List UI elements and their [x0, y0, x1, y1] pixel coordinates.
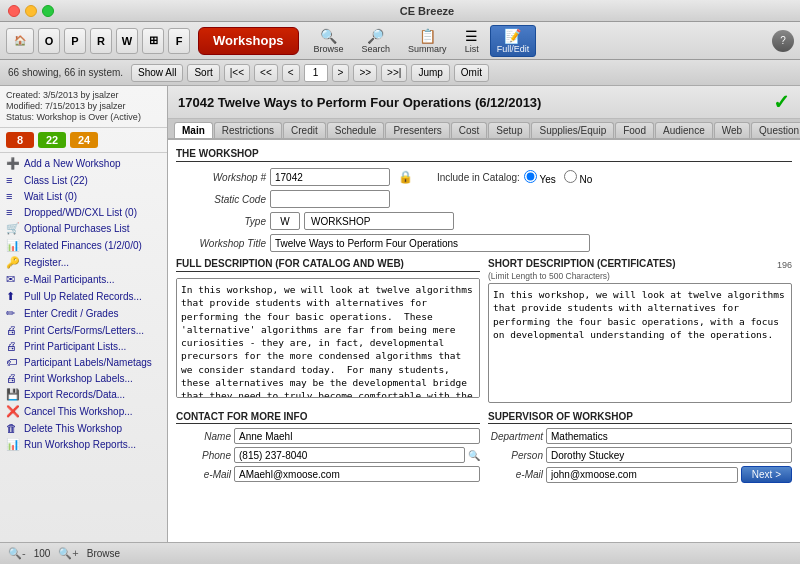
sidebar-item-optional-purchases[interactable]: 🛒 Optional Purchases List: [0, 220, 167, 237]
sort-button[interactable]: Sort: [187, 64, 219, 82]
nav-next-button[interactable]: >: [332, 64, 350, 82]
supervisor-dept-input[interactable]: [546, 428, 792, 444]
fulledit-label: Full/Edit: [497, 44, 530, 54]
catalog-yes-radio[interactable]: [524, 170, 537, 183]
cancel-icon: ❌: [6, 405, 20, 418]
form-area: THE WORKSHOP Workshop # 🔒 Include in Cat…: [168, 140, 800, 542]
close-button[interactable]: [8, 5, 20, 17]
export-icon: 💾: [6, 388, 20, 401]
tab-question[interactable]: Question: [751, 122, 800, 138]
contact-name-input[interactable]: [234, 428, 480, 444]
sidebar-info: Created: 3/5/2013 by jsalzer Modified: 7…: [0, 86, 167, 128]
next-button[interactable]: Next >: [741, 466, 792, 483]
sidebar-item-class-list[interactable]: ≡ Class List (22): [0, 172, 167, 188]
sidebar-item-print-workshop-labels[interactable]: 🖨 Print Workshop Labels...: [0, 370, 167, 386]
nav-next-next-button[interactable]: >>: [353, 64, 377, 82]
sidebar-item-participant-labels[interactable]: 🏷 Participant Labels/Nametags: [0, 354, 167, 370]
record-count: 66 showing, 66 in system.: [8, 67, 123, 78]
browse-toolbar-button[interactable]: 🔍 Browse: [307, 25, 351, 57]
content-area: 17042 Twelve Ways to Perform Four Operat…: [168, 86, 800, 542]
static-code-label: Static Code: [176, 194, 266, 205]
modified-info: Modified: 7/15/2013 by jsalzer: [6, 101, 161, 111]
tab-supplies[interactable]: Supplies/Equip: [531, 122, 614, 138]
nav-o-button[interactable]: O: [38, 28, 60, 54]
page-number[interactable]: 1: [304, 64, 328, 82]
show-all-button[interactable]: Show All: [131, 64, 183, 82]
created-info: Created: 3/5/2013 by jsalzer: [6, 90, 161, 100]
tab-setup[interactable]: Setup: [488, 122, 530, 138]
sidebar-item-print-certs[interactable]: 🖨 Print Certs/Forms/Letters...: [0, 322, 167, 338]
sidebar-item-print-participant[interactable]: 🖨 Print Participant Lists...: [0, 338, 167, 354]
catalog-no-label[interactable]: No: [564, 170, 593, 185]
maximize-button[interactable]: [42, 5, 54, 17]
nav-r-button[interactable]: R: [90, 28, 112, 54]
short-desc-title: SHORT DESCRIPTION (Certificates): [488, 258, 676, 271]
reports-icon: 📊: [6, 438, 20, 451]
sidebar-item-delete-workshop[interactable]: 🗑 Delete This Workshop: [0, 420, 167, 436]
sidebar-item-wait-list[interactable]: ≡ Wait List (0): [0, 188, 167, 204]
window-controls[interactable]: [8, 5, 54, 17]
print-icon: 🖨: [6, 340, 20, 352]
counter-red: 8: [6, 132, 34, 148]
home-button[interactable]: 🏠: [6, 28, 34, 54]
sidebar-item-dropped-list[interactable]: ≡ Dropped/WD/CXL List (0): [0, 204, 167, 220]
zoom-level: 100: [34, 548, 51, 559]
tab-audience[interactable]: Audience: [655, 122, 713, 138]
tab-food[interactable]: Food: [615, 122, 654, 138]
sidebar-item-export-records[interactable]: 💾 Export Records/Data...: [0, 386, 167, 403]
edit-icon: ✏: [6, 307, 20, 320]
tab-presenters[interactable]: Presenters: [385, 122, 449, 138]
tab-web[interactable]: Web: [714, 122, 750, 138]
workshop-title-input[interactable]: [270, 234, 590, 252]
zoom-out-button[interactable]: 🔍-: [8, 547, 26, 560]
contact-email-input[interactable]: [234, 466, 480, 482]
nav-f-button[interactable]: F: [168, 28, 190, 54]
nav-prev-button[interactable]: <: [282, 64, 300, 82]
contact-phone-input[interactable]: [234, 447, 465, 463]
fulledit-toolbar-button[interactable]: 📝 Full/Edit: [490, 25, 537, 57]
search-toolbar-button[interactable]: 🔎 Search: [355, 25, 398, 57]
sidebar-item-cancel-workshop[interactable]: ❌ Cancel This Workshop...: [0, 403, 167, 420]
nav-w-button[interactable]: W: [116, 28, 138, 54]
jump-button[interactable]: Jump: [411, 64, 449, 82]
supervisor-person-input[interactable]: [546, 447, 792, 463]
nav-p-button[interactable]: P: [64, 28, 86, 54]
tab-schedule[interactable]: Schedule: [327, 122, 385, 138]
help-button[interactable]: ?: [772, 30, 794, 52]
static-code-input[interactable]: [270, 190, 390, 208]
phone-search-icon[interactable]: 🔍: [468, 450, 480, 461]
catalog-no-radio[interactable]: [564, 170, 577, 183]
check-icon: ✓: [773, 90, 790, 114]
minimize-button[interactable]: [25, 5, 37, 17]
nav-last-button[interactable]: >>|: [381, 64, 407, 82]
full-desc-input[interactable]: In this workshop, we will look at twelve…: [176, 278, 480, 398]
tab-restrictions[interactable]: Restrictions: [214, 122, 282, 138]
tab-main[interactable]: Main: [174, 122, 213, 138]
sidebar-item-pull-related[interactable]: ⬆ Pull Up Related Records...: [0, 288, 167, 305]
tab-credit[interactable]: Credit: [283, 122, 326, 138]
sidebar-item-enter-credit[interactable]: ✏ Enter Credit / Grades: [0, 305, 167, 322]
nav-first-button[interactable]: |<<: [224, 64, 250, 82]
list-toolbar-button[interactable]: ☰ List: [458, 25, 486, 57]
nav-grid-button[interactable]: ⊞: [142, 28, 164, 54]
sidebar-item-related-finances[interactable]: 📊 Related Finances (1/2/0/0): [0, 237, 167, 254]
workshop-num-label: Workshop #: [176, 172, 266, 183]
nav-prev-prev-button[interactable]: <<: [254, 64, 278, 82]
short-desc-input[interactable]: In this workshop, we will look at twelve…: [488, 283, 792, 403]
summary-toolbar-button[interactable]: 📋 Summary: [401, 25, 454, 57]
tab-cost[interactable]: Cost: [451, 122, 488, 138]
contact-sections: CONTACT FOR MORE INFO Name Phone 🔍 e-Mai…: [176, 411, 792, 486]
sidebar-item-add-workshop[interactable]: ➕ Add a New Workshop: [0, 155, 167, 172]
catalog-yes-label[interactable]: Yes: [524, 170, 556, 185]
workshops-header-button[interactable]: Workshops: [198, 27, 299, 55]
zoom-in-button[interactable]: 🔍+: [58, 547, 78, 560]
sidebar-item-email-participants[interactable]: ✉ e-Mail Participants...: [0, 271, 167, 288]
workshop-num-input[interactable]: [270, 168, 390, 186]
omit-button[interactable]: Omit: [454, 64, 489, 82]
supervisor-email-input[interactable]: [546, 467, 738, 483]
sidebar-item-register[interactable]: 🔑 Register...: [0, 254, 167, 271]
main-layout: Created: 3/5/2013 by jsalzer Modified: 7…: [0, 86, 800, 542]
sidebar-item-run-reports[interactable]: 📊 Run Workshop Reports...: [0, 436, 167, 453]
key-icon: 🔑: [6, 256, 20, 269]
type-code-input[interactable]: [270, 212, 300, 230]
